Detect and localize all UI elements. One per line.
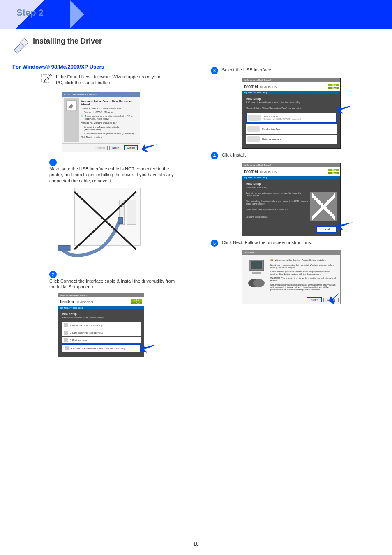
back-button[interactable]: ← Back [328, 87, 339, 89]
arrow-icon [141, 343, 157, 354]
close-icon[interactable]: ✕ [337, 251, 339, 254]
dialog-title: Initial Setup [62, 313, 141, 315]
wizard-sidebar-icon [64, 98, 79, 142]
dialog-subtitle: Install the driver/utility [246, 186, 337, 189]
breadcrumb: Top Menu >> Initial Setup [242, 176, 340, 179]
step-4: 4 Click Install. [211, 152, 380, 159]
wizard-footer: Click Next to continue. [81, 136, 136, 139]
dialog-title: Initial Setup [246, 182, 337, 185]
exit-button[interactable]: → Exit [328, 169, 339, 171]
note-box: If the Found New Hardware Wizard appears… [41, 74, 161, 86]
welcome-title: Welcome to the Brother Printer Driver In… [275, 259, 326, 261]
wizard-opt1[interactable]: Install the software automatically (Reco… [84, 126, 119, 131]
printer-illustration [58, 188, 144, 266]
install-button[interactable]: Install [316, 226, 337, 233]
brand-logo: brother [244, 84, 258, 89]
exit-button[interactable]: → Exit [131, 299, 142, 302]
parallel-cable-icon [247, 126, 260, 132]
breadcrumb: Top Menu >> Initial Setup [242, 91, 340, 94]
wizard-titlebar: Found New Hardware Wizard [62, 92, 140, 97]
dialog-subtitle: Initial setup consists of the following … [62, 316, 141, 319]
arrow-icon [328, 293, 341, 305]
step-2-text: Click Connect the interface cable & Inst… [49, 278, 181, 290]
install-driver-dialog: ⚙ Macromedia Flash Player 6 brother HL-6… [242, 163, 341, 236]
welcome-installer-dialog: Welcome✕ 📦Welcome to the Brother Printer… [242, 250, 341, 304]
welcome-line1: It is strongly recommended that you exit… [270, 264, 337, 269]
welcome-titlebar: Welcome [244, 251, 254, 254]
wizard-title: Welcome to the Found New Hardware Wizard [81, 100, 136, 106]
arrow-icon [141, 143, 158, 153]
welcome-graphic [244, 257, 269, 294]
step-number-3: 3 [211, 67, 218, 74]
svg-rect-5 [127, 200, 136, 225]
svg-rect-7 [118, 217, 123, 224]
welcome-line2: Click Cancel to quit Setup and then clos… [270, 270, 337, 275]
usb-interface-option[interactable]: USB interface(For Windows 98/Me/2000/XP … [246, 113, 337, 123]
arrow-icon [337, 221, 353, 231]
wizard-opt2[interactable]: Install from a list or specific location… [86, 132, 134, 135]
svg-rect-8 [58, 245, 70, 251]
brand-logo: brother [60, 299, 74, 304]
next-button[interactable]: Next > [109, 146, 122, 150]
top-banner: Step 2 [0, 0, 392, 29]
setup-item-3[interactable]: 3. Print test page [62, 337, 141, 343]
note-text: If the Found New Hardware Wizard appears… [41, 74, 161, 86]
install-hint: Click the install button. [246, 216, 309, 218]
welcome-line3: WARNING: This program is protected by co… [270, 277, 337, 282]
wizard-device: Brother HL-6050D_DN series [84, 111, 136, 114]
crossed-printer-image [310, 192, 337, 221]
next-button[interactable]: Next > [307, 297, 322, 302]
cancel-button[interactable]: Cancel [124, 145, 138, 150]
step-number-2: 2 [49, 271, 57, 278]
cable-icon [12, 38, 29, 55]
wizard-line: This wizard helps you install software f… [81, 107, 136, 110]
back-button[interactable]: < Back [95, 146, 108, 150]
back-button[interactable]: ← Back [328, 172, 339, 174]
banner-arrow [70, 0, 84, 29]
found-hardware-wizard: Found New Hardware Wizard Welcome to the… [62, 92, 140, 152]
setup-item-2[interactable]: 2. Load paper into the Paper tray [62, 329, 141, 336]
dialog-top: ⚙ Macromedia Flash Player 6 [242, 78, 340, 82]
exit-button[interactable]: → Exit [328, 84, 339, 86]
install-line1: So that you can print documents, you nee… [246, 192, 309, 197]
cd-icon: 💿 [81, 115, 83, 118]
interface-select-dialog: ⚙ Macromedia Flash Player 6 brother HL-6… [242, 78, 341, 149]
step-1: 1 Make sure the USB interface cable is N… [49, 159, 190, 184]
step-5-text: Click Next. Follow the on-screen instruc… [222, 240, 362, 245]
wizard-q: What do you want the wizard to do? [81, 122, 136, 124]
network-interface-option[interactable]: Network interface [246, 135, 337, 144]
parallel-interface-option[interactable]: Parallel interface [246, 124, 337, 134]
svg-rect-13 [252, 272, 261, 274]
divider [12, 58, 380, 58]
setup-item-1[interactable]: 1. Install the Drum unit assembly [62, 322, 141, 329]
step-number-4: 4 [211, 152, 218, 159]
setup-item-4[interactable]: 4. Connect the interface cable & Install… [62, 344, 141, 352]
network-cable-icon [247, 136, 260, 142]
welcome-line4: Unauthorized reproduction or distributio… [270, 283, 337, 291]
install-line2: Start installing the driver before you c… [246, 200, 309, 205]
step-2: 2 Click Connect the interface cable & In… [49, 271, 190, 290]
os-heading: For Windows® 98/Me/2000/XP Users [12, 64, 190, 70]
model-label: HL-6050DN [76, 300, 93, 304]
dialog-title: Initial Setup [246, 97, 337, 100]
dialog-top: ⚙ Macromedia Flash Player 6 [242, 163, 340, 167]
step-3: 3 Select the USB interface. [211, 67, 380, 74]
breadcrumb: Top Menu >> Initial Setup [58, 306, 144, 309]
step-1-text: Make sure the USB interface cable is NOT… [49, 166, 181, 184]
step-number-5: 5 [211, 240, 218, 247]
step-label: Step 2 [16, 7, 44, 18]
step-5: 5 Click Next. Follow the on-screen instr… [211, 240, 380, 247]
dialog-top: ⚙ Macromedia Flash Player 6 [58, 293, 144, 297]
installer-icon: 📦 [270, 258, 273, 261]
step-number-1: 1 [49, 159, 57, 166]
arrow-icon [337, 104, 353, 115]
model-label: HL-6050DN [260, 170, 277, 174]
dialog-subtitle: 4. Connect the interface cable & Install… [246, 101, 337, 104]
svg-rect-12 [251, 261, 262, 269]
svg-point-15 [253, 279, 265, 287]
back-button[interactable]: ← Back [131, 302, 142, 304]
section-title: Installing the Driver [33, 37, 102, 46]
pencil-note-icon [41, 73, 53, 85]
dialog-instruction: Please click the "Cable/Connection Type"… [246, 107, 337, 109]
model-label: HL-6050DN [260, 85, 277, 89]
